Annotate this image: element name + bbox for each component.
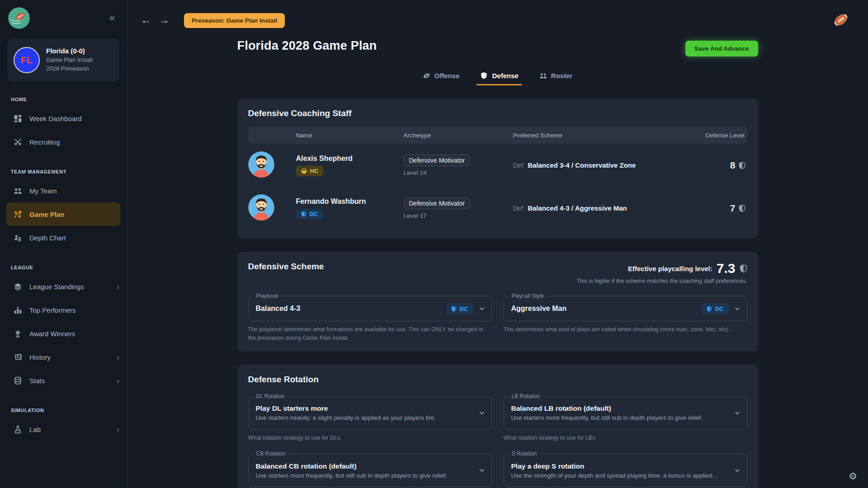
tab-label: Defense [492, 72, 518, 80]
sidebar-item-league-standings[interactable]: League Standings › [0, 275, 127, 298]
sidebar-item-game-plan[interactable]: Game Plan [6, 202, 120, 226]
layers-icon [14, 282, 22, 291]
trophy-star-icon [14, 329, 22, 338]
sidebar-item-award-winners[interactable]: Award Winners [0, 322, 127, 345]
sidebar-item-week-dashboard[interactable]: Week Dashboard [0, 107, 127, 130]
sidebar-item-label: Recruiting [29, 138, 119, 146]
crossed-swords-icon [14, 138, 22, 146]
sidebar-item-top-performers[interactable]: Top Performers [0, 298, 127, 322]
team-card[interactable]: FL Florida (0-0) Game Plan Install 2028 … [7, 39, 119, 81]
save-and-advance-button[interactable]: Save And Advance [685, 41, 758, 56]
cb-rotation-select[interactable]: CB Rotation Balanced CB rotation (defaul… [248, 454, 492, 487]
team-name: Florida (0-0) [46, 47, 93, 55]
football-icon [423, 72, 430, 80]
roster-people-icon [539, 72, 547, 80]
table-row[interactable]: Fernando Washburn DC Defensive Motivator… [248, 187, 747, 230]
s-rotation-select[interactable]: S Rotation Play a deep S rotation Use th… [504, 454, 747, 487]
sidebar-item-lab[interactable]: Lab › [0, 418, 127, 441]
effective-playcalling-hint: This is higher if the scheme matches the… [576, 278, 747, 284]
team-group-icon [14, 187, 22, 195]
coach-name: Alexis Shepherd [296, 155, 404, 163]
chevron-down-icon [479, 467, 485, 474]
nav-section-home: HOME [11, 97, 116, 102]
forward-arrow-button[interactable]: → [159, 14, 170, 26]
chevron-down-icon [734, 305, 741, 312]
staff-table-header: Name Archetype Preferred Scheme Defense … [248, 127, 747, 144]
archetype-badge: Defensive Motivator [404, 197, 471, 209]
coach-avatar [248, 194, 274, 221]
tab-bar: Offense Defense Roster [237, 72, 758, 85]
dl-rotation-select[interactable]: DL Rotation Play DL starters more Use st… [248, 396, 492, 430]
back-arrow-button[interactable]: ← [141, 14, 151, 26]
sidebar-collapse-button[interactable]: « [109, 13, 115, 23]
select-label: CB Rotation [254, 450, 288, 457]
sidebar-nav: HOME Week Dashboard Recruiting TEAM MANA… [0, 97, 127, 441]
history-book-icon [14, 353, 22, 361]
table-row[interactable]: Alexis Shepherd HC Defensive Motivator L… [248, 144, 747, 187]
coach-name: Fernando Washburn [296, 197, 404, 206]
sidebar-item-label: Stats [29, 377, 109, 385]
tab-label: Roster [551, 72, 573, 80]
sidebar-item-label: League Standings [29, 283, 109, 291]
defense-level-value: 7 [730, 203, 736, 214]
scheme-prefix: Def: [513, 205, 525, 212]
dashboard-icon [14, 114, 22, 123]
defense-level-value: 8 [730, 160, 736, 171]
sidebar-item-label: Depth Chart [29, 234, 119, 242]
playbook-select[interactable]: Playbook Balanced 4-3 DC [248, 296, 492, 321]
section-title: Defensive Scheme [248, 262, 324, 272]
sidebar-item-my-team[interactable]: My Team [0, 179, 127, 202]
lb-rotation-help: What rotation strategy to use for LBs. [504, 434, 747, 442]
effective-playcalling-label: Effective playcalling level: [628, 265, 712, 272]
podium-icon [14, 306, 22, 314]
select-value: Aggressive Man [511, 305, 702, 313]
column-archetype: Archetype [404, 132, 513, 139]
sidebar-item-recruiting[interactable]: Recruiting [0, 130, 127, 154]
app-logo-icon [8, 7, 30, 29]
select-value: Balanced 4-3 [256, 305, 446, 313]
shield-icon [301, 211, 307, 217]
chevron-right-icon: › [117, 282, 119, 291]
playbook-help: The playbook determines what formations … [248, 325, 492, 343]
chevron-down-icon [479, 305, 485, 312]
gear-icon[interactable]: ⚙ [849, 471, 857, 482]
sidebar-item-label: Lab [29, 426, 109, 433]
archetype-level: Level 17 [404, 212, 513, 219]
section-title: Defense Rotation [248, 375, 747, 385]
archetype-badge: Defensive Motivator [404, 155, 471, 166]
sidebar-item-label: Game Plan [29, 211, 117, 218]
effective-playcalling-value: 7.3 [717, 262, 736, 275]
nav-section-league: LEAGUE [11, 265, 116, 270]
sidebar-item-stats[interactable]: Stats › [0, 369, 127, 392]
nav-section-team-management: TEAM MANAGEMENT [11, 169, 116, 174]
section-title: Defensive Coaching Staff [248, 108, 747, 118]
tab-roster[interactable]: Roster [539, 72, 573, 85]
select-desc: Use starters more frequently, but still … [256, 472, 474, 479]
defensive-coaching-staff-card: Defensive Coaching Staff Name Archetype … [237, 99, 758, 239]
tab-defense[interactable]: Defense [480, 72, 518, 85]
topbar: ← → Preseason: Game Plan Install [127, 0, 868, 32]
strategy-icon [14, 210, 22, 219]
sidebar-item-label: Award Winners [29, 330, 119, 338]
select-label: DL Rotation [254, 393, 288, 399]
chevron-down-icon [734, 410, 741, 416]
defense-rotation-card: Defense Rotation DL Rotation Play DL sta… [237, 365, 758, 488]
sidebar-item-depth-chart[interactable]: Depth Chart [0, 226, 127, 249]
select-value: Balanced CB rotation (default) [256, 462, 357, 470]
sidebar-item-label: My Team [29, 187, 119, 195]
tab-label: Offense [434, 72, 460, 80]
shield-icon [480, 72, 488, 80]
dl-rotation-help: What rotation strategy to use for DLs. [248, 434, 492, 442]
phase-badge: Preseason: Game Plan Install [184, 13, 285, 28]
sidebar: « FL Florida (0-0) Game Plan Install 202… [0, 0, 127, 488]
lb-rotation-select[interactable]: LB Rotation Balanced LB rotation (defaul… [504, 396, 747, 430]
tab-offense[interactable]: Offense [423, 72, 460, 85]
football-icon [830, 9, 852, 31]
column-name: Name [296, 132, 404, 139]
sidebar-item-history[interactable]: History › [0, 345, 127, 369]
team-logo: FL [14, 47, 40, 73]
playcall-style-select[interactable]: Playcall Style Aggressive Man DC [504, 296, 747, 321]
shield-icon [739, 162, 745, 169]
main-area: ← → Preseason: Game Plan Install Florida… [127, 0, 868, 488]
flask-icon [14, 425, 22, 434]
